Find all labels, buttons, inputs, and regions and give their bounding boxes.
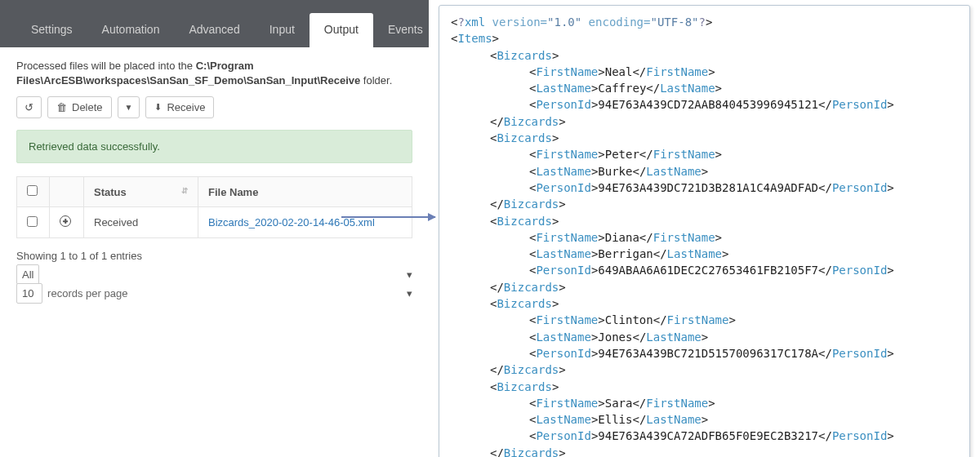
refresh-icon: ↻	[24, 102, 33, 113]
expand-icon[interactable]	[60, 215, 71, 227]
success-alert: Retrieved data successfully.	[16, 130, 412, 163]
col-file[interactable]: File Name	[198, 177, 412, 207]
arrow-annotation	[341, 216, 435, 218]
filter-select[interactable]: All ▾	[16, 264, 39, 285]
delete-dropdown[interactable]: ▼	[118, 96, 140, 118]
xml-preview: <?xml version="1.0" encoding="UTF-8"?> <…	[439, 5, 970, 457]
chevron-down-icon: ▾	[407, 287, 412, 299]
tab-bar: Settings Automation Advanced Input Outpu…	[0, 0, 429, 47]
row-status: Received	[84, 207, 198, 238]
receive-label: Receive	[167, 101, 205, 113]
col-status-label: Status	[94, 186, 127, 198]
tab-automation[interactable]: Automation	[87, 13, 175, 47]
sort-icon: ⇵	[181, 186, 188, 195]
col-status[interactable]: Status⇵	[84, 177, 198, 207]
chevron-down-icon: ▾	[407, 268, 412, 281]
records-per-page-label: records per page	[47, 287, 127, 299]
filter-select-value: All	[22, 268, 33, 281]
tab-events[interactable]: Events	[373, 13, 438, 47]
page-size-select[interactable]: 10 ▾	[16, 283, 42, 304]
file-link[interactable]: Bizcards_2020-02-20-14-46-05.xml	[208, 216, 375, 228]
tab-output[interactable]: Output	[310, 13, 373, 47]
receive-button[interactable]: ⬇Receive	[145, 96, 214, 118]
entries-summary: Showing 1 to 1 of 1 entries	[16, 250, 412, 262]
trash-icon: 🗑	[56, 102, 67, 113]
output-folder-description: Processed files will be placed into the …	[0, 47, 429, 96]
row-checkbox[interactable]	[27, 216, 38, 227]
tab-settings[interactable]: Settings	[16, 13, 87, 47]
refresh-button[interactable]: ↻	[16, 96, 42, 118]
col-expand	[50, 177, 84, 207]
desc-suffix: folder.	[360, 74, 392, 87]
download-icon: ⬇	[154, 103, 162, 112]
table-row: Received Bizcards_2020-02-20-14-46-05.xm…	[17, 207, 412, 238]
tab-input[interactable]: Input	[255, 13, 310, 47]
desc-prefix: Processed files will be placed into the	[16, 60, 196, 72]
chevron-down-icon: ▼	[125, 103, 133, 112]
delete-label: Delete	[72, 101, 103, 113]
delete-button[interactable]: 🗑Delete	[47, 96, 112, 118]
files-table: Status⇵ File Name Received Bizcards_2020…	[16, 176, 412, 238]
page-size-value: 10	[22, 287, 33, 299]
tab-advanced[interactable]: Advanced	[174, 13, 254, 47]
select-all-checkbox[interactable]	[27, 185, 38, 196]
